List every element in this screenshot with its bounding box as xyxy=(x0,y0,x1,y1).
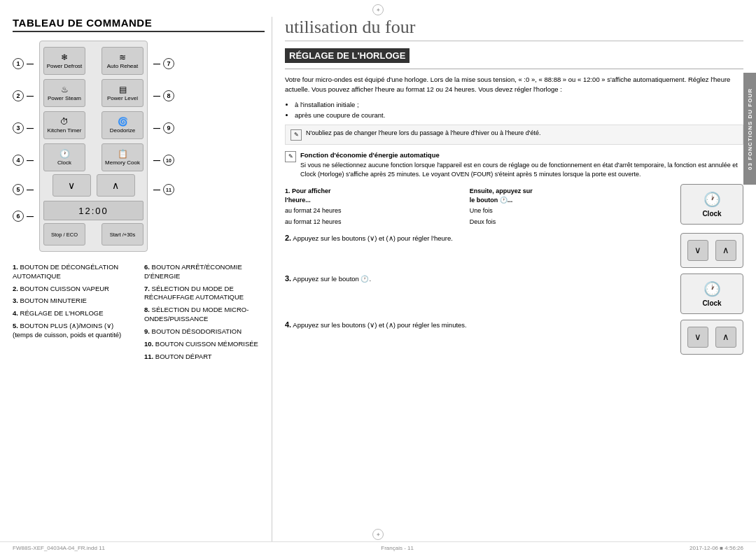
arrow-up-step4[interactable]: ∧ xyxy=(715,327,736,348)
num-label-1: 1 — xyxy=(13,48,34,80)
step-3: 3. Appuyez sur le bouton 🕐. 🕐 Clock xyxy=(285,274,743,314)
bullet-item-1: à l'installation initiale ; xyxy=(295,99,743,110)
compass-bottom-icon: ✦ xyxy=(372,529,384,540)
panel-arrow-row: ∨ ∧ xyxy=(43,174,144,199)
num-label-11: — 11 xyxy=(153,176,174,203)
legend-col-2: 6. BOUTON ARRÊT/ÉCONOMIE D'ÉNERGIE 7. SÉ… xyxy=(144,263,265,364)
legend-item-7: 7. SÉLECTION DU MODE DE RÉCHAUFFAGE AUTO… xyxy=(144,285,265,303)
page: ✦ TABLEAU DE COMMANDE 1 — 2 — 3 xyxy=(0,0,756,554)
clock-icon-step1: 🕐 xyxy=(704,191,721,208)
control-panel-area: 1 — 2 — 3 — 4 — xyxy=(13,41,265,252)
step-4: 4. Appuyez sur les boutons (∨) et (∧) po… xyxy=(285,320,743,355)
right-section-title: RÉGLAGE DE L'HORLOGE xyxy=(285,48,410,63)
power-defrost-button[interactable]: ❄ Power Defrost xyxy=(43,47,85,75)
compass-top-icon: ✦ xyxy=(372,4,384,15)
power-steam-button[interactable]: ♨ Power Steam xyxy=(43,79,85,107)
control-panel: ❄ Power Defrost ≋ Auto Reheat ♨ Power St… xyxy=(39,41,148,252)
arrow-up-button[interactable]: ∧ xyxy=(97,174,135,197)
num-label-3: 3 — xyxy=(13,112,34,144)
bullet-item-2: après une coupure de courant. xyxy=(295,110,743,120)
memory-cook-button[interactable]: 📋 Memory Cook xyxy=(102,143,144,171)
footer-left: FW88S-XEF_04034A-04_FR.indd 11 xyxy=(13,545,105,551)
legend-item-5: 5. BOUTON PLUS (∧)/MOINS (∨) (temps de c… xyxy=(13,322,133,340)
num-label-8: — 8 xyxy=(153,80,174,112)
clock-button-step1[interactable]: 🕐 Clock xyxy=(680,184,743,225)
arrows-button-step2: ∨ ∧ xyxy=(680,233,743,268)
left-section-title: TABLEAU DE COMMANDE xyxy=(13,17,265,32)
power-level-button[interactable]: ▤ Power Level xyxy=(102,79,144,107)
legend-item-2: 2. BOUTON CUISSON VAPEUR xyxy=(13,285,133,294)
num-label-2: 2 — xyxy=(13,80,34,112)
num-label-4: 4 — xyxy=(13,144,34,176)
panel-row-4: 🕐 Clock 📋 Memory Cook xyxy=(43,142,144,173)
start-button[interactable]: Start /+30s xyxy=(102,223,144,246)
deodorize-button[interactable]: 🌀 Deodorize xyxy=(102,111,144,139)
clock-button-step3[interactable]: 🕐 Clock xyxy=(680,274,743,314)
arrow-down-step4[interactable]: ∨ xyxy=(687,327,708,348)
legend-item-1: 1. BOUTON DE DÉCONGÉLATION AUTOMATIQUE xyxy=(13,263,133,281)
num-label-7: — 7 xyxy=(153,48,174,80)
function-note-box: ✎ Fonction d'économie d'énergie automati… xyxy=(285,149,743,180)
num-label-9: — 9 xyxy=(153,112,174,144)
function-heading: Fonction d'économie d'énergie automatiqu… xyxy=(300,150,743,159)
note-icon: ✎ xyxy=(290,129,302,141)
legend-item-11: 11. BOUTON DÉPART xyxy=(144,353,265,362)
stop-eco-button[interactable]: Stop / ECO xyxy=(43,223,85,246)
sidebar-tab-text: 03 FONCTIONS DU FOUR xyxy=(747,88,753,170)
note-box-1: ✎ N'oubliez pas de changer l'heure lors … xyxy=(285,125,743,145)
legend-item-4: 4. RÉGLAGE DE L'HORLOGE xyxy=(13,309,133,318)
number-labels-left: 1 — 2 — 3 — 4 — xyxy=(13,41,34,229)
clock-label-step3: Clock xyxy=(702,299,721,307)
footer-center: Français - 11 xyxy=(381,545,414,551)
legend-list: 1. BOUTON DE DÉCONGÉLATION AUTOMATIQUE 2… xyxy=(13,263,265,364)
step-1-table: 1. Pour afficherl'heure... Ensuite, appu… xyxy=(285,186,675,227)
legend-item-9: 9. BOUTON DÉSODORISATION xyxy=(144,327,265,336)
step-1: 1. Pour afficherl'heure... Ensuite, appu… xyxy=(285,184,743,227)
function-text: Si vous ne sélectionnez aucune fonction … xyxy=(300,161,743,178)
legend-item-6: 6. BOUTON ARRÊT/ÉCONOMIE D'ÉNERGIE xyxy=(144,263,265,281)
panel-row-1: ❄ Power Defrost ≋ Auto Reheat xyxy=(43,45,144,76)
panel-row-2: ♨ Power Steam ▤ Power Level xyxy=(43,78,144,108)
footer: FW88S-XEF_04034A-04_FR.indd 11 Français … xyxy=(0,541,756,554)
number-labels-right: — 7 — 8 — 9 — 10 xyxy=(153,41,174,203)
kitchen-timer-button[interactable]: ⏱ Kitchen Timer xyxy=(43,111,85,139)
legend-item-3: 3. BOUTON MINUTERIE xyxy=(13,297,133,306)
num-label-6: 6 — xyxy=(13,203,34,229)
panel-row-3: ⏱ Kitchen Timer 🌀 Deodorize xyxy=(43,110,144,141)
arrow-down-button[interactable]: ∨ xyxy=(52,174,91,197)
num-label-10: — 10 xyxy=(153,144,174,176)
step-2: 2. Appuyez sur les boutons (∨) et (∧) po… xyxy=(285,233,743,268)
legend-col-1: 1. BOUTON DE DÉCONGÉLATION AUTOMATIQUE 2… xyxy=(13,263,133,364)
page-title: utilisation du four xyxy=(285,17,743,41)
auto-reheat-button[interactable]: ≋ Auto Reheat xyxy=(102,47,144,75)
right-column: utilisation du four RÉGLAGE DE L'HORLOGE… xyxy=(272,17,743,541)
bullet-list: à l'installation initiale ; après une co… xyxy=(295,99,743,120)
display-panel: 12:00 xyxy=(43,201,144,220)
clock-button-panel[interactable]: 🕐 Clock xyxy=(43,143,85,171)
section-divider: RÉGLAGE DE L'HORLOGE xyxy=(285,48,743,69)
sidebar-tab: 03 FONCTIONS DU FOUR xyxy=(743,73,756,185)
left-column: TABLEAU DE COMMANDE 1 — 2 — 3 — xyxy=(13,17,272,541)
arrow-down-step2[interactable]: ∨ xyxy=(687,240,708,261)
panel-bottom-row: Stop / ECO Start /+30s xyxy=(43,222,144,247)
arrows-button-step4: ∨ ∧ xyxy=(680,320,743,355)
num-label-5: 5 — xyxy=(13,176,34,203)
clock-label-step1: Clock xyxy=(702,210,721,218)
note-text-1: N'oubliez pas de changer l'heure lors du… xyxy=(306,129,541,138)
arrow-up-step2[interactable]: ∧ xyxy=(715,240,736,261)
legend-item-10: 10. BOUTON CUISSON MÉMORISÉE xyxy=(144,340,265,349)
footer-right: 2017-12-06 ■ 4:56:26 xyxy=(690,545,743,551)
intro-text: Votre four micro-ondes est équipé d'une … xyxy=(285,75,743,95)
clock-icon-step3: 🕐 xyxy=(704,280,721,297)
legend-item-8: 8. SÉLECTION DU MODE MICRO-ONDES/PUISSAN… xyxy=(144,306,265,324)
steps-area: 1. Pour afficherl'heure... Ensuite, appu… xyxy=(285,184,743,354)
